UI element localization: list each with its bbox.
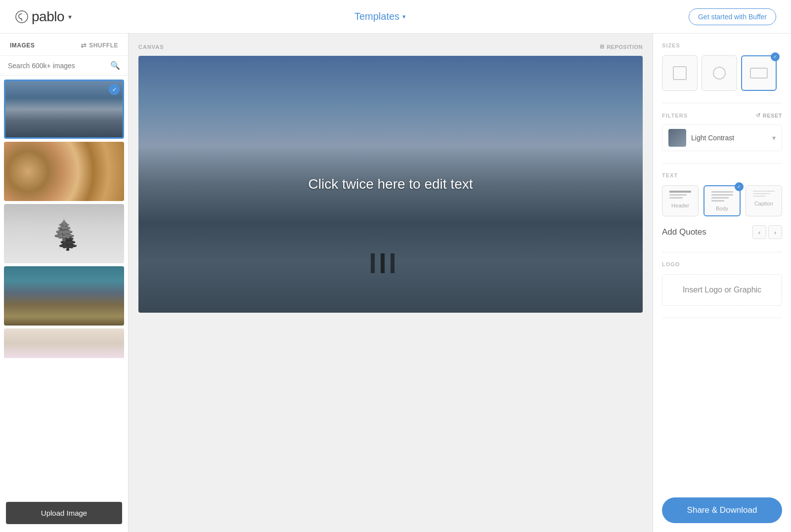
text-title: TEXT bbox=[662, 172, 782, 178]
canvas-header: CANVAS ⊞ REPOSITION bbox=[138, 43, 643, 50]
insert-logo-area[interactable]: Insert Logo or Graphic bbox=[662, 274, 782, 306]
filter-dropdown[interactable]: Light Contrast ▾ bbox=[662, 124, 782, 151]
sizes-grid: ✓ bbox=[662, 55, 782, 91]
header-option-label: Header bbox=[671, 203, 689, 208]
body-option-label: Body bbox=[716, 205, 728, 211]
divider-2 bbox=[662, 163, 782, 164]
right-panel: SIZES ✓ FILTERS ↺ RESET bbox=[653, 34, 791, 532]
list-item[interactable]: 🌲 bbox=[4, 204, 124, 263]
canvas-frame[interactable]: Click twice here to edit text bbox=[138, 56, 643, 313]
add-quotes-label: Add Quotes bbox=[662, 227, 706, 237]
filters-header: FILTERS ↺ RESET bbox=[662, 112, 782, 119]
list-item[interactable] bbox=[4, 328, 124, 388]
pinterest-square-icon bbox=[673, 66, 687, 80]
quote-prev-button[interactable]: ‹ bbox=[752, 225, 766, 239]
insert-logo-label: Insert Logo or Graphic bbox=[683, 286, 761, 294]
text-options: Header ✓ Body bbox=[662, 185, 782, 216]
text-header-option[interactable]: Header bbox=[662, 185, 699, 216]
sidebar-tabs: IMAGES ⇄ SHUFFLE bbox=[0, 34, 128, 56]
templates-chevron-icon: ▾ bbox=[402, 13, 406, 20]
filter-thumbnail bbox=[668, 129, 686, 147]
canvas-label: CANVAS bbox=[138, 44, 164, 50]
main-layout: IMAGES ⇄ SHUFFLE 🔍 ✓ 🌲 bbox=[0, 34, 791, 532]
images-sidebar: IMAGES ⇄ SHUFFLE 🔍 ✓ 🌲 bbox=[0, 34, 129, 532]
list-item[interactable] bbox=[4, 266, 124, 326]
caption-lines-icon bbox=[753, 191, 775, 197]
images-tab[interactable]: IMAGES bbox=[10, 42, 35, 49]
pinterest-circle-icon bbox=[713, 67, 726, 80]
size-selected-badge: ✓ bbox=[771, 52, 780, 61]
header-lines-icon bbox=[669, 191, 691, 199]
share-download-button[interactable]: Share & Download bbox=[662, 497, 782, 523]
image-thumbnail bbox=[4, 142, 124, 201]
size-pinterest-square[interactable] bbox=[662, 55, 698, 91]
logo-section: LOGO Insert Logo or Graphic bbox=[662, 261, 782, 306]
text-selected-badge: ✓ bbox=[735, 182, 744, 191]
logo-chevron-icon: ▾ bbox=[68, 13, 72, 21]
filters-title: FILTERS bbox=[662, 113, 688, 119]
reset-filter-button[interactable]: ↺ RESET bbox=[756, 112, 782, 119]
filter-chevron-icon: ▾ bbox=[772, 134, 776, 142]
reposition-label: REPOSITION bbox=[607, 44, 643, 50]
logo-area[interactable]: pablo ▾ bbox=[15, 9, 72, 25]
image-thumbnail bbox=[5, 81, 123, 137]
add-quotes-row: Add Quotes ‹ › bbox=[662, 224, 782, 240]
templates-button[interactable]: Templates ▾ bbox=[354, 11, 406, 22]
search-icon[interactable]: 🔍 bbox=[110, 61, 120, 70]
body-lines-icon bbox=[711, 191, 733, 202]
quote-next-button[interactable]: › bbox=[768, 225, 782, 239]
canvas-edit-text[interactable]: Click twice here to edit text bbox=[308, 176, 473, 192]
size-pinterest-small[interactable] bbox=[702, 55, 737, 91]
divider-1 bbox=[662, 103, 782, 103]
search-bar: 🔍 bbox=[0, 56, 128, 76]
quote-navigation: ‹ › bbox=[752, 225, 782, 239]
canvas-area: CANVAS ⊞ REPOSITION Click twice here to … bbox=[129, 34, 653, 532]
shuffle-button[interactable]: ⇄ SHUFFLE bbox=[81, 41, 118, 49]
get-started-button[interactable]: Get started with Buffer bbox=[689, 8, 776, 25]
image-thumbnail bbox=[4, 328, 124, 358]
reset-icon: ↺ bbox=[756, 112, 761, 119]
shuffle-label: SHUFFLE bbox=[89, 42, 118, 49]
list-item[interactable]: ✓ bbox=[4, 80, 124, 139]
list-item[interactable] bbox=[4, 142, 124, 201]
filter-name: Light Contrast bbox=[691, 134, 767, 142]
text-caption-option[interactable]: Caption bbox=[746, 185, 782, 216]
logo-title: LOGO bbox=[662, 261, 782, 267]
sizes-title: SIZES bbox=[662, 42, 782, 48]
templates-label: Templates bbox=[354, 11, 399, 22]
upload-image-button[interactable]: Upload Image bbox=[6, 502, 122, 524]
size-facebook-twitter[interactable]: ✓ bbox=[741, 55, 777, 91]
app-header: pablo ▾ Templates ▾ Get started with Buf… bbox=[0, 0, 791, 34]
selected-check-badge: ✓ bbox=[109, 84, 120, 95]
image-list: ✓ 🌲 bbox=[0, 76, 128, 497]
sizes-section: SIZES ✓ bbox=[662, 42, 782, 91]
text-section: TEXT Header ✓ bbox=[662, 172, 782, 240]
filters-section: FILTERS ↺ RESET Light Contrast ▾ bbox=[662, 112, 782, 151]
pablo-logo-icon bbox=[15, 10, 29, 24]
search-input[interactable] bbox=[8, 62, 106, 70]
reset-label: RESET bbox=[763, 113, 782, 119]
caption-option-label: Caption bbox=[754, 201, 773, 206]
divider-3 bbox=[662, 252, 782, 252]
shuffle-icon: ⇄ bbox=[81, 41, 87, 49]
image-thumbnail bbox=[4, 266, 124, 326]
reposition-button[interactable]: ⊞ REPOSITION bbox=[600, 43, 643, 50]
logo-text: pablo bbox=[32, 9, 64, 25]
facebook-twitter-icon bbox=[750, 68, 768, 79]
text-body-option[interactable]: ✓ Body bbox=[703, 185, 740, 216]
reposition-icon: ⊞ bbox=[600, 43, 605, 50]
image-thumbnail: 🌲 bbox=[4, 204, 124, 263]
divider-4 bbox=[662, 318, 782, 318]
